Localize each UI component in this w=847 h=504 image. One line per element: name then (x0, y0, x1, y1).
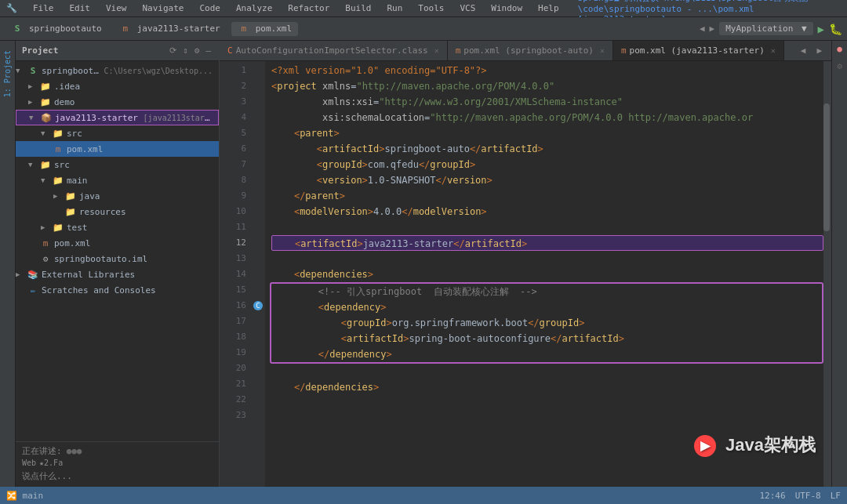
code-line-2: <project xmlns="http://maven.apache.org/… (271, 78, 823, 94)
resources-icon: 📁 (64, 206, 77, 217)
toolbar-tab-springbootauto[interactable]: S springbootauto (5, 22, 108, 36)
code-line-6: <artifactId>springboot-auto</artifactId> (271, 141, 823, 157)
left-tab-project[interactable]: 1: Project (2, 44, 13, 103)
toolbar-tab-pom[interactable]: m pom.xml (231, 22, 298, 36)
tab-fa[interactable]: ★2.Fa (39, 459, 63, 467)
toolbar-tab-starter[interactable]: m java2113-starter (113, 22, 227, 36)
menu-view[interactable]: View (103, 2, 130, 15)
tree-item-idea[interactable]: ▶ 📁 .idea (16, 78, 219, 94)
close-pom-springboot[interactable]: ✕ (600, 46, 605, 55)
menu-analyze[interactable]: Analyze (233, 2, 275, 15)
menu-window[interactable]: Window (488, 2, 525, 15)
ln-7: 7 (220, 157, 246, 172)
tree-item-ext-lib[interactable]: ▶ 📚 External Libraries (16, 267, 219, 282)
menu-help[interactable]: Help (535, 2, 562, 15)
nav-forward[interactable]: ▶ (710, 24, 715, 34)
ln-20: 20 (220, 361, 246, 376)
menu-vcs[interactable]: VCS (456, 2, 478, 15)
project-tree: ▼ S springbootauto C:\Users\wgz\Desktop.… (16, 61, 219, 441)
menu-file[interactable]: File (30, 2, 57, 15)
menu-navigate[interactable]: Navigate (140, 2, 187, 15)
status-input[interactable]: 说点什么... (22, 469, 213, 484)
test-icon: 📁 (52, 222, 64, 233)
tree-item-main[interactable]: ▼ 📁 main (16, 172, 219, 188)
ln-16: 16 (220, 298, 246, 314)
ln-23: 23 (220, 408, 246, 423)
class-icon: C (227, 45, 233, 56)
code-line-5: <parent> (271, 125, 823, 141)
side-icon-2[interactable]: ⚙ (834, 61, 846, 74)
tab-pom-java2113[interactable]: m pom.xml (java2113-starter) ✕ (613, 41, 784, 60)
app-icon: 🔧 (6, 3, 17, 13)
panel-header-icons: ⟳ ⇕ ⚙ — (168, 45, 213, 56)
editor-scrollbar[interactable] (823, 61, 831, 487)
gc-16: C (251, 298, 265, 314)
menu-build[interactable]: Build (342, 2, 374, 15)
gc-4 (251, 110, 265, 125)
line-sep: LF (831, 491, 841, 501)
java-folder-icon: 📁 (64, 190, 77, 201)
run-config-label: MyApplication (725, 24, 793, 34)
status-bar: 🔀 main 12:46 UTF-8 LF (0, 487, 847, 504)
bookmark-icon[interactable]: C (253, 301, 263, 310)
toolbar-tab-pom-label: pom.xml (256, 24, 292, 34)
tab-autoconfiguration[interactable]: C AutoConfigurationImportSelector.class … (220, 41, 448, 60)
close-pom-java2113[interactable]: ✕ (771, 46, 776, 55)
code-content[interactable]: <?xml version="1.0" encoding="UTF-8"?> <… (265, 61, 823, 487)
tab-nav-right[interactable]: ▶ (813, 44, 825, 57)
menu-code[interactable]: Code (196, 2, 224, 15)
maven-icon-pom: m (238, 24, 250, 34)
tree-item-java2113-starter[interactable]: ▼ 📦 java2113-starter [java2113starter] (16, 110, 219, 125)
tree-item-scratches[interactable]: ✏ Scratches and Consoles (16, 282, 219, 298)
tree-item-demo[interactable]: ▶ 📁 demo (16, 94, 219, 110)
dropdown-icon: ▼ (802, 24, 807, 34)
toolbar-tab-starter-label: java2113-starter (137, 24, 220, 34)
resources-label: resources (79, 207, 213, 217)
tree-item-src-java2113[interactable]: ▼ 📁 src (16, 125, 219, 141)
tree-item-test[interactable]: ▶ 📁 test (16, 219, 219, 235)
gc-1 (251, 63, 265, 78)
tab-nav-left[interactable]: ◀ (798, 44, 809, 57)
tab-web[interactable]: Web (22, 459, 36, 467)
menu-run[interactable]: Run (384, 2, 405, 15)
ext-lib-label: External Libraries (42, 270, 213, 280)
menu-refactor[interactable]: Refactor (285, 2, 333, 15)
tree-item-resources[interactable]: 📁 resources (16, 204, 219, 219)
tree-item-iml[interactable]: ⚙ springbootauto.iml (16, 251, 219, 267)
editor-gutter: C (251, 61, 265, 487)
tree-item-root[interactable]: ▼ S springbootauto C:\Users\wgz\Desktop.… (16, 63, 219, 78)
tree-item-pom-root[interactable]: m pom.xml (16, 235, 219, 251)
main-area: 1: Project Project ⟳ ⇕ ⚙ — ▼ S springboo… (0, 41, 847, 487)
settings-icon[interactable]: ⚙ (193, 45, 202, 56)
tab-pom-springboot[interactable]: m pom.xml (springboot-auto) ✕ (448, 41, 613, 60)
iml-icon: ⚙ (39, 253, 52, 264)
menu-edit[interactable]: Edit (67, 2, 94, 15)
debug-button[interactable]: 🐛 (829, 23, 842, 35)
close-autoconfiguration[interactable]: ✕ (434, 46, 439, 55)
java-label: java (79, 191, 213, 201)
ln-12: 12 (220, 235, 246, 251)
sync-icon[interactable]: ⟳ (168, 45, 178, 56)
run-button[interactable]: ▶ (818, 23, 824, 35)
sort-icon[interactable]: ⇕ (181, 45, 190, 56)
side-icon-1[interactable]: ● (834, 44, 846, 56)
speaking-dots: ●●● (67, 446, 82, 456)
arrow-demo: ▶ (28, 98, 39, 106)
ln-1: 1 (220, 63, 246, 78)
run-config-dropdown[interactable]: MyApplication ▼ (719, 22, 812, 35)
tree-item-java[interactable]: ▶ 📁 java (16, 188, 219, 204)
tree-item-src-top[interactable]: ▼ 📁 src (16, 157, 219, 172)
ln-14: 14 (220, 267, 246, 282)
minimize-icon[interactable]: — (204, 45, 213, 56)
idea-folder-icon: 📁 (39, 81, 52, 92)
demo-folder-icon: 📁 (39, 96, 52, 107)
tree-item-pom-java2113[interactable]: m pom.xml (16, 141, 219, 157)
content-area: C AutoConfigurationImportSelector.class … (220, 41, 831, 487)
spring-icon: S (11, 24, 24, 34)
scrollbar-thumb[interactable] (823, 103, 830, 231)
nav-back[interactable]: ◀ (700, 24, 705, 34)
menu-tools[interactable]: Tools (415, 2, 447, 15)
panel-title: Project (22, 45, 165, 56)
code-line-22 (271, 395, 823, 411)
code-line-21: </dependencies> (271, 379, 823, 395)
